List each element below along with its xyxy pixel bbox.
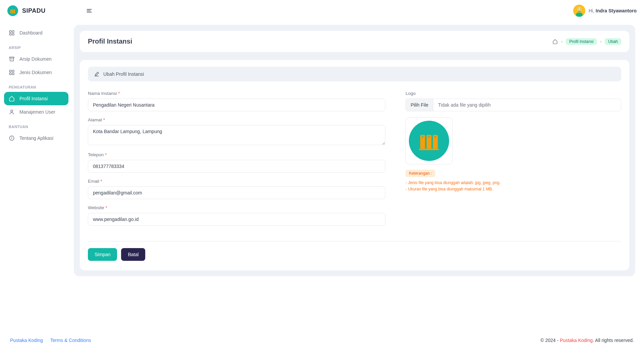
sidebar-section-pengaturan: PENGATURAN (4, 79, 68, 92)
sidebar-item-profil-instansi[interactable]: Profil Instansi (4, 92, 68, 105)
info-icon (9, 135, 15, 141)
brand-icon (7, 5, 18, 16)
svg-rect-29 (419, 149, 439, 150)
email-label: Email * (88, 179, 385, 184)
svg-rect-3 (10, 13, 15, 13)
chevron-right-icon: › (600, 39, 601, 44)
panel-title: Ubah Profil Instansi (103, 71, 144, 77)
sidebar-item-label: Manajemen User (19, 109, 55, 115)
svg-point-32 (435, 136, 436, 137)
svg-rect-21 (12, 73, 14, 75)
svg-rect-1 (12, 9, 13, 13)
svg-rect-19 (12, 70, 14, 72)
breadcrumb: › Profil Instansi › Ubah (552, 38, 621, 45)
edit-icon (94, 71, 99, 77)
telepon-label: Telepon * (88, 152, 385, 157)
alamat-label: Alamat * (88, 117, 385, 122)
copyright: © 2024 - Pustaka Koding. All rights rese… (540, 338, 634, 343)
nama-input[interactable] (88, 99, 385, 111)
sidebar-section-bantuan: BANTUAN (4, 119, 68, 131)
file-status: Tidak ada file yang dipilih (433, 99, 495, 111)
svg-rect-14 (9, 34, 11, 35)
svg-rect-16 (9, 57, 14, 58)
batal-button[interactable]: Batal (121, 248, 145, 261)
breadcrumb-home-icon[interactable] (552, 39, 558, 44)
file-input[interactable]: Pilih File Tidak ada file yang dipilih (406, 99, 621, 111)
avatar (573, 5, 585, 17)
footer-link-terms[interactable]: Terms & Conditions (50, 338, 91, 343)
user-greeting: Hi, Indra Styawantoro (589, 8, 637, 13)
sidebar-item-label: Arsip Dokumen (19, 56, 52, 62)
sidebar-item-manajemen-user[interactable]: Manajemen User (4, 105, 68, 119)
simpan-button[interactable]: Simpan (88, 248, 117, 261)
svg-point-11 (580, 9, 581, 9)
svg-rect-12 (9, 31, 11, 32)
svg-rect-18 (9, 70, 11, 72)
dashboard-icon (9, 30, 15, 36)
footer: Pustaka Koding Terms & Conditions © 2024… (0, 332, 644, 349)
sidebar-item-dashboard[interactable]: Dashboard (4, 26, 68, 40)
brand[interactable]: SIPADU (7, 5, 46, 16)
footer-link-pustaka[interactable]: Pustaka Koding (10, 338, 43, 343)
page-header: Profil Instansi › Profil Instansi › Ubah (80, 31, 629, 52)
sidebar-item-label: Profil Instansi (19, 96, 48, 101)
svg-point-10 (578, 9, 579, 9)
svg-rect-0 (10, 9, 12, 13)
grid-icon (9, 69, 15, 75)
panel-head: Ubah Profil Instansi (88, 67, 621, 81)
chevron-right-icon: › (561, 39, 562, 44)
nama-label: Nama Instansi * (88, 91, 385, 96)
file-button[interactable]: Pilih File (406, 99, 433, 111)
sidebar-item-tentang-aplikasi[interactable]: Tentang Aplikasi (4, 131, 68, 145)
sidebar-item-label: Jenis Dokumen (19, 70, 52, 75)
website-input[interactable] (88, 213, 385, 226)
sidebar-item-jenis-dokumen[interactable]: Jenis Dokumen (4, 66, 68, 79)
keterangan-badge: Keterangan : (406, 170, 435, 177)
svg-point-31 (428, 136, 430, 137)
sidebar-item-label: Dashboard (19, 30, 43, 36)
sidebar-item-arsip-dokumen[interactable]: Arsip Dokumen (4, 52, 68, 66)
svg-point-30 (422, 136, 423, 137)
logo-label: Logo (406, 91, 621, 96)
user-icon (9, 109, 15, 115)
sidebar-item-label: Tentang Aplikasi (19, 135, 53, 141)
user-menu[interactable]: Hi, Indra Styawantoro (573, 5, 637, 17)
logo-preview (406, 117, 452, 164)
archive-icon (9, 56, 15, 62)
svg-rect-13 (12, 31, 14, 32)
file-hint: - Jenis file yang bisa diunggah adalah: … (406, 180, 621, 192)
page-title: Profil Instansi (88, 38, 132, 45)
svg-point-25 (12, 137, 12, 137)
email-input[interactable] (88, 186, 385, 199)
svg-point-22 (11, 110, 13, 112)
alamat-input[interactable] (88, 125, 385, 145)
home-icon (9, 96, 15, 102)
svg-rect-15 (12, 34, 14, 35)
menu-toggle-icon[interactable] (86, 7, 93, 14)
breadcrumb-item[interactable]: Ubah (605, 38, 621, 45)
breadcrumb-item[interactable]: Profil Instansi (566, 38, 597, 45)
sidebar: Dashboard ARSIP Arsip Dokumen Jenis Doku… (0, 21, 72, 332)
sidebar-section-arsip: ARSIP (4, 40, 68, 52)
brand-name: SIPADU (22, 7, 46, 14)
website-label: Website * (88, 205, 385, 210)
form-panel: Ubah Profil Instansi Nama Instansi * Ala… (80, 60, 629, 270)
svg-point-8 (577, 7, 581, 11)
topbar: SIPADU Hi, Indra Styawantoro (0, 0, 644, 21)
svg-rect-20 (9, 73, 11, 75)
divider (88, 241, 621, 241)
svg-rect-2 (14, 9, 15, 13)
telepon-input[interactable] (88, 160, 385, 173)
logo-image (409, 121, 449, 161)
